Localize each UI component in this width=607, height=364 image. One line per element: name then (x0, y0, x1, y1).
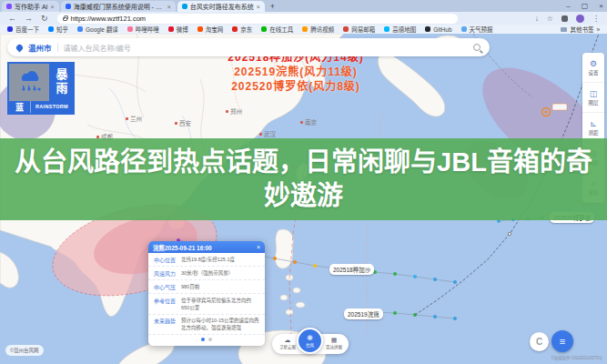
favicon (343, 26, 349, 32)
bookmark-item[interactable]: 哔哩哔哩 (127, 25, 159, 34)
favicon (127, 26, 133, 32)
pagination-dot[interactable] (208, 338, 212, 341)
kebab-menu-icon[interactable]: ⋮ (592, 15, 600, 23)
tab-favicon (66, 4, 71, 9)
refresh-map-button[interactable]: C (530, 332, 549, 351)
favicon (461, 26, 467, 32)
bookmark-item[interactable]: 微博 (168, 25, 188, 34)
address-bar[interactable]: https://www.wztf121.com (57, 14, 458, 24)
minimize-button[interactable]: – (566, 2, 570, 10)
popup-pagination (148, 335, 265, 346)
nav-label: 卫星云图 (279, 344, 296, 349)
tab-close-icon[interactable]: × (257, 4, 260, 10)
search-icon[interactable] (473, 44, 481, 51)
bookmark-item[interactable]: Google 翻译 (77, 25, 118, 34)
bookmark-label: GitHub (433, 26, 451, 33)
favicon (302, 26, 308, 32)
popup-row: 未来趋势预计以每小时10-15公里的速度向西北方向移动，强度逐渐增强 (148, 315, 265, 336)
pagination-dot-active[interactable] (201, 338, 205, 341)
nav-radar[interactable]: ▦ 雷达拼图 (322, 336, 346, 349)
tool-label: 图层 (588, 99, 598, 106)
chevron-icon: » (596, 26, 600, 33)
bookmark-label: 百度一下 (15, 25, 39, 34)
bookmark-label: 腾讯视频 (310, 25, 334, 34)
legend-line-3[interactable]: 202520博罗依(风力8级) (196, 79, 396, 94)
bookmark-item[interactable]: 在线工具 (261, 25, 293, 34)
track-label-huajiasha[interactable]: 202518桦加沙 (329, 264, 374, 275)
row-label: 参考位置 (154, 297, 181, 312)
profile-avatar[interactable] (576, 15, 584, 23)
bookmark-label: 知乎 (56, 25, 68, 34)
bookmark-item[interactable]: 天气预报 (461, 25, 493, 34)
legend-line-2[interactable]: 202519浣熊(风力11级) (196, 65, 396, 79)
download-icon[interactable]: ↓ (535, 15, 539, 23)
extensions-puzzle-icon[interactable] (561, 15, 568, 22)
bookmark-label: 微博 (177, 25, 188, 34)
layers-icon: ◫ (590, 89, 598, 98)
bookmark-item[interactable]: 腾讯视频 (302, 25, 334, 34)
tab-title: 海康威视门禁系统使用说明 - 知乎 (74, 2, 165, 11)
maximize-button[interactable]: ▢ (582, 2, 589, 10)
bookmark-item[interactable]: 京东 (232, 25, 252, 34)
favicon (48, 26, 54, 32)
headline-text: 从台风路径到热点话题，日常闲聊与JBL音箱的奇妙遨游 (13, 146, 595, 213)
tab-3-active[interactable]: 台风实时路径发布系统 × (177, 1, 265, 12)
bookmark-item[interactable]: 知乎 (48, 25, 68, 34)
rainstorm-warning-badge[interactable]: 暴雨 蓝 RAINSTORM (7, 62, 75, 115)
row-value: 北纬19.8度/东经125.1度 (181, 256, 259, 264)
city-label: 郑州 (226, 106, 242, 116)
browser-window: 写作助手 AI × 海康威视门禁系统使用说明 - 知乎 × 台风实时路径发布系统… (0, 0, 607, 364)
folder-icon (561, 27, 567, 32)
forward-icon[interactable]: → (25, 14, 33, 23)
row-label: 风速风力 (154, 269, 181, 278)
typhoon-info-popup[interactable]: 浣熊2025-09-21 16:00 × 中心位置北纬19.8度/东经125.1… (148, 241, 265, 346)
bookmark-item[interactable]: 网易邮箱 (343, 25, 375, 34)
bookmark-item[interactable]: 高德地图 (384, 25, 416, 34)
close-button[interactable]: × (599, 2, 603, 10)
track-label-wanxiong[interactable]: 202519浣熊 (344, 308, 383, 319)
popup-row: 风速风力30米/秒（强热带风暴） (148, 267, 265, 280)
refresh-icon[interactable]: ↻ (41, 14, 48, 23)
favicon (7, 26, 13, 32)
bookmark-item[interactable]: GitHub (425, 26, 451, 33)
typhoon-icon: ❋ (307, 334, 313, 342)
favicon (197, 26, 203, 32)
search-input[interactable]: 请输入台风名称/编号 (64, 43, 468, 53)
bookmark-item[interactable]: 淘宝网 (197, 25, 224, 34)
tool-settings[interactable]: ⚙设置 (582, 53, 604, 83)
map-search-bar[interactable]: 温州市 请输入台风名称/编号 (7, 38, 490, 56)
tab-close-icon[interactable]: × (167, 4, 171, 10)
tab-1[interactable]: 写作助手 AI × (2, 1, 59, 12)
nav-label: 台风 (306, 342, 314, 348)
row-value: 980百帕 (181, 283, 259, 291)
nav-label: 雷达拼图 (326, 344, 342, 349)
warning-level-label: 蓝 (9, 101, 31, 113)
location-label[interactable]: 温州市 (28, 42, 52, 53)
typhoon-list-button[interactable]: ≡ (551, 330, 573, 352)
site-attribution: ©温州台风网 (5, 345, 44, 356)
nav-typhoon-active[interactable]: ❋ 台风 (297, 328, 323, 354)
other-bookmarks[interactable]: 其他书签» (561, 25, 600, 34)
close-icon[interactable]: × (257, 244, 260, 250)
popup-title: 浣熊2025-09-21 16:00 (153, 243, 257, 252)
back-icon[interactable]: ← (8, 14, 16, 23)
favicon (232, 26, 238, 32)
city-label: 武汉 (259, 129, 276, 138)
nav-satellite[interactable]: ☁ 卫星云图 (276, 336, 299, 349)
tab-favicon (6, 4, 12, 9)
ruler-icon: ⊾ (590, 119, 597, 128)
bookmark-star-icon[interactable]: ☆ (547, 15, 553, 23)
tab-2[interactable]: 海康威视门禁系统使用说明 - 知乎 × (61, 1, 176, 12)
tab-favicon (182, 4, 187, 9)
city-label: 西安 (175, 118, 191, 127)
tab-title: 台风实时路径发布系统 (190, 2, 254, 11)
popup-row: 参考位置位于菲律宾马尼拉偏东北方向约650公里 (148, 294, 265, 315)
bookmark-item[interactable]: 百度一下 (7, 25, 39, 34)
city-label: 南京 (300, 117, 317, 126)
tool-layers[interactable]: ◫图层 (582, 83, 604, 113)
warning-level-en-label: RAINSTORM (31, 104, 73, 109)
new-tab-button[interactable]: + (270, 1, 275, 12)
row-label: 中心位置 (154, 256, 181, 264)
tab-close-icon[interactable]: × (51, 4, 55, 10)
bookmarks-bar: 百度一下 知乎 Google 翻译 哔哩哔哩 微博 淘宝网 京东 在线工具 腾讯… (0, 25, 607, 34)
